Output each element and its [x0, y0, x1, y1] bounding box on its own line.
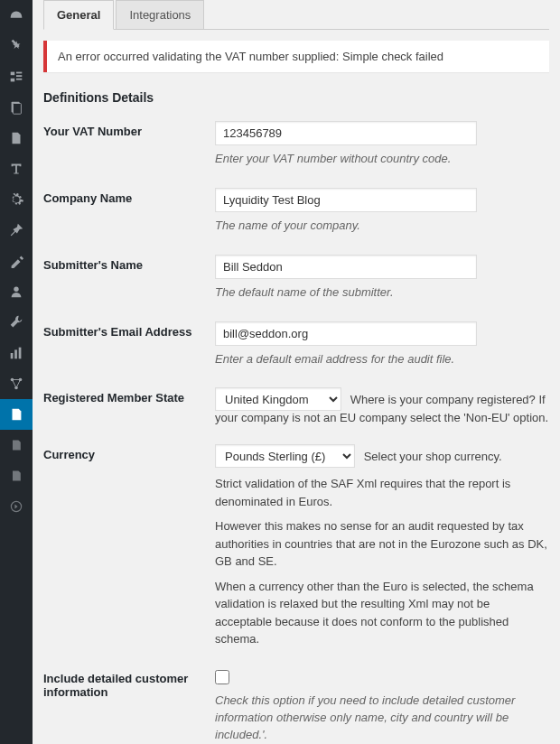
main-content: General Integrations An error occurred v…	[33, 0, 560, 744]
menu-dashboard[interactable]	[0, 0, 33, 31]
currency-inline: Select your shop currency.	[364, 450, 502, 463]
svg-rect-1	[16, 72, 22, 74]
submitter-email-input[interactable]	[215, 321, 477, 346]
submitter-email-label: Submitter's Email Address	[43, 321, 215, 339]
svg-rect-4	[16, 79, 22, 80]
vat-help: Enter your VAT number without country co…	[215, 151, 549, 168]
menu-tools[interactable]	[0, 307, 33, 338]
tab-integrations[interactable]: Integrations	[116, 0, 204, 30]
member-state-select[interactable]: United Kingdom	[215, 387, 341, 411]
menu-analytics[interactable]	[0, 338, 33, 368]
currency-note-1: Strict validation of the SAF Xml require…	[215, 475, 549, 510]
section-title: Definitions Details	[43, 90, 549, 105]
menu-collapse[interactable]	[0, 491, 33, 522]
menu-pin[interactable]	[0, 215, 33, 246]
svg-rect-9	[14, 349, 17, 358]
submitter-name-label: Submitter's Name	[43, 255, 215, 272]
menu-page[interactable]	[0, 123, 33, 153]
member-state-label: Registered Member State	[43, 387, 215, 405]
admin-sidebar	[0, 0, 33, 744]
currency-note-3: When a currency other than the Euro is s…	[215, 578, 549, 648]
svg-rect-0	[11, 72, 15, 76]
include-detail-help: Check this option if you need to include…	[215, 693, 549, 744]
svg-rect-3	[11, 79, 15, 82]
currency-label: Currency	[43, 444, 215, 461]
currency-note-2: However this makes no sense for an audit…	[215, 517, 549, 571]
menu-settings[interactable]	[0, 184, 33, 215]
menu-appearance[interactable]	[0, 246, 33, 276]
svg-rect-2	[16, 75, 22, 77]
svg-point-7	[14, 287, 18, 292]
menu-users[interactable]	[0, 276, 33, 307]
svg-rect-6	[13, 104, 21, 115]
company-input[interactable]	[215, 188, 477, 212]
submitter-email-help: Enter a default email address for the au…	[215, 351, 549, 368]
menu-posts[interactable]	[0, 31, 33, 61]
submitter-name-help: The default name of the submitter.	[215, 284, 549, 302]
company-help: The name of your company.	[215, 218, 549, 235]
tab-general[interactable]: General	[43, 0, 114, 30]
svg-rect-8	[11, 353, 14, 358]
menu-sub-doc1[interactable]	[0, 430, 33, 460]
include-detail-checkbox[interactable]	[215, 670, 229, 684]
menu-media[interactable]	[0, 61, 33, 92]
include-detail-label: Include detailed customer information	[43, 668, 215, 699]
error-notice: An error occurred validating the VAT num…	[43, 41, 549, 72]
menu-connections[interactable]	[0, 368, 33, 399]
menu-current-plugin[interactable]	[0, 399, 33, 430]
menu-text[interactable]	[0, 153, 33, 184]
settings-tabs: General Integrations	[43, 0, 549, 30]
menu-pages[interactable]	[0, 92, 33, 123]
submitter-name-input[interactable]	[215, 255, 477, 279]
vat-input[interactable]	[215, 121, 477, 145]
currency-select[interactable]: Pounds Sterling (£)	[215, 444, 355, 468]
menu-sub-doc2[interactable]	[0, 460, 33, 491]
vat-label: Your VAT Number	[43, 121, 215, 138]
svg-rect-10	[19, 348, 22, 359]
company-label: Company Name	[43, 188, 215, 205]
